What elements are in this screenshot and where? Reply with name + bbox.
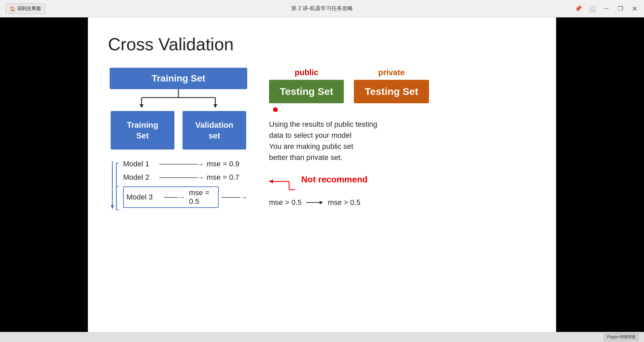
red-dot <box>273 107 278 112</box>
window-controls: 📌 ⬜ ─ ❐ ✕ <box>574 5 639 13</box>
model-2-mse: mse = 0.7 <box>207 173 239 182</box>
slide-area: Cross Validation Training Set <box>88 17 556 332</box>
training-set-label: Training Set <box>152 73 205 83</box>
svg-marker-11 <box>111 205 114 209</box>
testing-set-private-label: Testing Set <box>365 86 418 97</box>
training-set-box: Training Set <box>110 68 247 89</box>
minimize-icon[interactable]: ─ <box>602 5 610 12</box>
window-title: 第 2 讲-机器学习任务攻略 <box>291 5 353 12</box>
description-text: Using the results of public testing data… <box>269 119 420 163</box>
model-list: Model 1 ────────→ mse = 0.9 Model 2 ────… <box>110 160 247 213</box>
bracket-svg <box>110 160 119 213</box>
svg-marker-17 <box>320 201 323 204</box>
close-icon[interactable]: ✕ <box>631 5 639 13</box>
slide-content: Cross Validation Training Set <box>88 17 556 332</box>
testing-set-public-label: Testing Set <box>280 86 333 97</box>
fullscreen-icon[interactable]: ⬜ <box>588 5 596 12</box>
mse-value-2: mse > 0.5 <box>328 198 360 207</box>
public-testing-col: public Testing Set <box>269 68 344 112</box>
titlebar: 🏠 回到主界面 第 2 讲-机器学习任务攻略 📌 ⬜ ─ ❐ ✕ <box>0 0 644 17</box>
model-1-row: Model 1 ────────→ mse = 0.9 <box>123 160 247 168</box>
red-bracket-arrow <box>269 171 296 191</box>
model-1-mse: mse = 0.9 <box>207 160 239 168</box>
diagram: Training Set <box>108 68 536 213</box>
home-icon: 🏠 <box>10 6 15 11</box>
left-black-area <box>0 17 88 332</box>
model-3-row: Model 3 ───→ mse = 0.5 ────→ <box>123 186 247 208</box>
svg-marker-5 <box>213 104 217 108</box>
right-black-area <box>556 17 644 332</box>
home-button-label: 回到主界面 <box>17 6 41 12</box>
restore-icon[interactable]: ❐ <box>616 5 625 12</box>
model-2-name: Model 2 <box>123 173 157 182</box>
mse-value-1: mse > 0.5 <box>269 198 302 207</box>
svg-marker-4 <box>140 104 144 108</box>
model-1-name: Model 1 <box>123 160 157 168</box>
right-section: public Testing Set private Testing Set <box>269 68 536 207</box>
svg-marker-13 <box>269 179 273 183</box>
bottom-bar: Player-哔哩哔哩 <box>0 332 644 342</box>
slide-title: Cross Validation <box>108 34 536 54</box>
model-3-mse: mse = 0.5 <box>189 188 216 206</box>
tree-arrows <box>110 89 247 111</box>
public-label: public <box>294 68 318 77</box>
testing-sets-row: public Testing Set private Testing Set <box>269 68 536 112</box>
not-recommend-section: Not recommend <box>269 173 536 191</box>
player-label: Player-哔哩哔哩 <box>604 333 639 341</box>
sub-boxes: TrainingSet Validationset <box>111 111 246 150</box>
mse-row: mse > 0.5 mse > 0.5 <box>269 198 536 207</box>
model-3-name: Model 3 <box>126 193 160 202</box>
validation-sub-box: Validationset <box>182 111 246 150</box>
not-recommend-label: Not recommend <box>301 174 368 185</box>
training-sub-box: TrainingSet <box>111 111 174 150</box>
private-testing-col: private Testing Set <box>354 68 429 103</box>
model-3-box: Model 3 ───→ mse = 0.5 <box>123 186 219 208</box>
left-section: Training Set <box>108 68 249 213</box>
testing-set-public-box: Testing Set <box>269 80 344 103</box>
model-2-row: Model 2 ────────→ mse = 0.7 <box>123 173 247 182</box>
pin-icon[interactable]: 📌 <box>574 5 582 12</box>
testing-set-private-box: Testing Set <box>354 80 429 103</box>
home-button[interactable]: 🏠 回到主界面 <box>5 3 45 14</box>
private-label: private <box>378 68 405 77</box>
